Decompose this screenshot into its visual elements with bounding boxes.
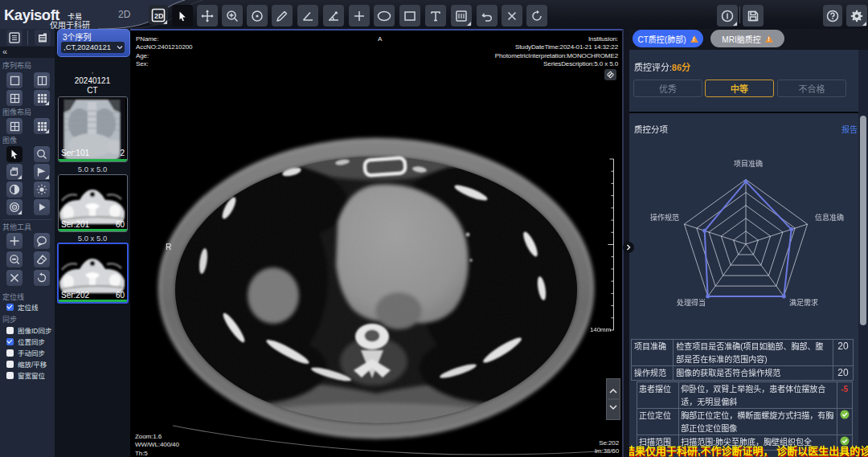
svg-text:2D: 2D (154, 12, 164, 20)
svg-text:仅用于科研: 仅用于科研 (50, 20, 90, 30)
svg-text:卡易: 卡易 (68, 12, 82, 21)
